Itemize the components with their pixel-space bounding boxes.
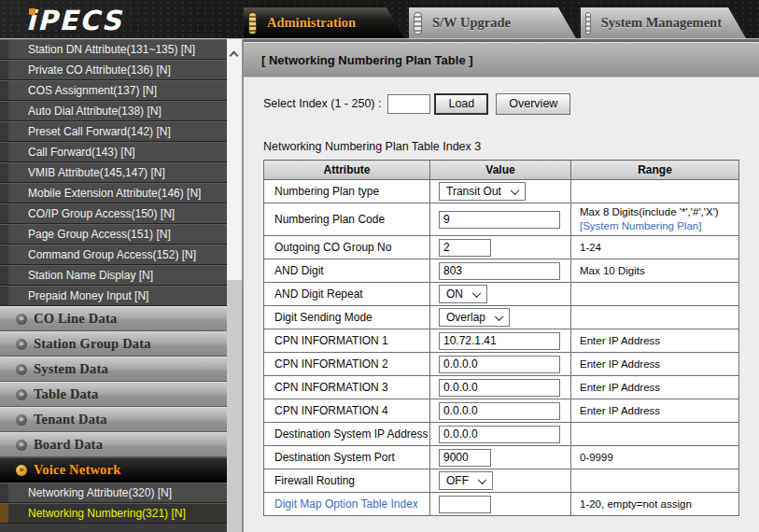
value-cell [430, 329, 571, 353]
tab-grip-icon [414, 12, 422, 35]
sidebar-item-private-co-attribute-136-n[interactable]: Private CO Attribute(136) [N] [0, 60, 227, 80]
value-cell [430, 399, 571, 423]
sidebar-item-networking-numbering-321-n[interactable]: Networking Numbering(321) [N] [0, 503, 227, 524]
sidebar-item-preset-call-forward-142-n[interactable]: Preset Call Forward(142) [N] [0, 121, 227, 142]
cpn-information-4-input[interactable] [439, 402, 560, 420]
column-header-range: Range [571, 161, 739, 180]
section-label: System Data [34, 361, 108, 377]
range-text: Enter IP Address [580, 381, 738, 395]
range-text: Enter IP Address [580, 334, 738, 348]
attribute-cell: AND Digit Repeat [264, 283, 430, 306]
attribute-label: Numbering Plan Code [274, 213, 385, 226]
chevron-down-icon [472, 288, 482, 298]
sidebar-item-station-dn-attribute-131-135-n[interactable]: Station DN Attribute(131~135) [N] [0, 39, 227, 60]
select-value: OFF [446, 474, 469, 487]
table-row: AND Digit RepeatON [264, 283, 739, 306]
outgoing-co-group-no-input[interactable] [439, 239, 491, 257]
table-row: Destination System Port0-9999 [264, 446, 739, 469]
sidebar-item-co-ip-group-access-150-n[interactable]: CO/IP Group Access(150) [N] [0, 203, 227, 224]
value-cell: Transit Out [430, 180, 571, 203]
ipecs-logo-text: iPECS [26, 5, 123, 36]
sidebar-section-tenant-data[interactable]: »Tenant Data [0, 407, 227, 432]
destination-system-ip-address-input[interactable] [439, 426, 560, 443]
range-cell: 1-24 [571, 236, 739, 259]
sidebar-item-page-group-access-151-n[interactable]: Page Group Access(151) [N] [0, 224, 227, 245]
main-content: [ Networking Numbering Plan Table ] Sele… [242, 39, 759, 532]
sidebar-section-board-data[interactable]: »Board Data [0, 432, 227, 457]
attribute-cell: CPN INFORMATION 3 [264, 376, 430, 399]
section-arrow-icon: » [16, 364, 27, 375]
value-cell [430, 353, 571, 376]
sidebar-item-call-forward-143-n[interactable]: Call Forward(143) [N] [0, 142, 227, 162]
table-row: CPN INFORMATION 2Enter IP Address [264, 353, 739, 376]
section-label: Table Data [34, 386, 99, 402]
firewall-routing-select[interactable]: OFF [439, 471, 493, 490]
overview-button[interactable]: Overview [496, 93, 570, 115]
range-text: Max 10 Digits [580, 264, 738, 278]
sidebar-item-vmib-attribute-145-147-n[interactable]: VMIB Attribute(145,147) [N] [0, 162, 227, 183]
attribute-cell: Outgoing CO Group No [264, 236, 430, 259]
attribute-cell: CPN INFORMATION 1 [264, 329, 430, 353]
digit-map-option-table-index-input[interactable] [439, 496, 491, 513]
sidebar-item-command-group-access-152-n[interactable]: Command Group Access(152) [N] [0, 245, 227, 265]
sidebar-item-mobile-extension-attribute-146-n[interactable]: Mobile Extension Attribute(146) [N] [0, 183, 227, 203]
value-cell: ON [430, 283, 571, 306]
attribute-cell: Destination System IP Address [264, 423, 430, 446]
range-cell: Enter IP Address [571, 329, 739, 353]
cpn-information-1-input[interactable] [439, 332, 560, 350]
select-index-input[interactable] [387, 94, 430, 114]
range-link-system-numbering-plan[interactable]: [System Numbering Plan] [580, 219, 738, 233]
sidebar-item-station-name-display-n[interactable]: Station Name Display [N] [0, 265, 227, 286]
table-row: Destination System IP Address [264, 423, 739, 446]
range-text: Enter IP Address [580, 357, 738, 371]
table-row: Numbering Plan CodeMax 8 Digits(include … [264, 203, 739, 236]
sidebar-section-table-data[interactable]: »Table Data [0, 382, 227, 407]
attribute-label: Firewall Routing [274, 474, 355, 487]
value-cell [430, 423, 571, 446]
numbering-plan-type-select[interactable]: Transit Out [439, 182, 526, 201]
sidebar-scrollbar[interactable] [227, 39, 242, 532]
tab-system-management[interactable]: System Management [581, 7, 746, 38]
sidebar-item-prepaid-money-input-n[interactable]: Prepaid Money Input [N] [0, 286, 227, 306]
index-controls: Select Index (1 - 250) : Load Overview [263, 92, 759, 115]
select-value: Overlap [446, 311, 485, 324]
attribute-cell: Numbering Plan type [264, 180, 430, 203]
scrollbar-thumb[interactable] [227, 280, 242, 532]
top-header: iPECS AdministrationS/W UpgradeSystem Ma… [0, 0, 759, 39]
chevron-down-icon [478, 475, 487, 484]
sidebar-section-system-data[interactable]: »System Data [0, 357, 227, 382]
attribute-label: CPN INFORMATION 3 [274, 381, 388, 394]
range-cell: 0-9999 [571, 446, 739, 469]
range-cell [571, 423, 739, 446]
sidebar-section-station-group-data[interactable]: »Station Group Data [0, 331, 227, 357]
sidebar-item-auto-dial-attribute-138-n[interactable]: Auto Dial Attribute(138) [N] [0, 101, 227, 121]
load-button[interactable]: Load [434, 93, 488, 115]
numbering-plan-code-input[interactable] [439, 211, 560, 229]
sidebar-section-co-line-data[interactable]: »CO Line Data [0, 306, 227, 331]
table-row: Firewall RoutingOFF [264, 469, 739, 493]
table-row: CPN INFORMATION 1Enter IP Address [264, 329, 739, 353]
tab-s-w-upgrade[interactable]: S/W Upgrade [409, 7, 576, 38]
sidebar-section-voice-network[interactable]: »Voice Network [0, 457, 227, 483]
attribute-label: Destination System IP Address [274, 427, 429, 441]
cpn-information-2-input[interactable] [439, 356, 560, 373]
section-label: Tenant Data [34, 412, 107, 427]
range-cell: Enter IP Address [571, 376, 739, 399]
attribute-link-digit-map-option-table-index[interactable]: Digit Map Option Table Index [274, 497, 418, 511]
select-value: ON [446, 287, 463, 301]
and-digit-input[interactable] [439, 262, 560, 280]
range-cell [571, 306, 739, 329]
tab-administration[interactable]: Administration [244, 7, 404, 38]
attribute-cell: CPN INFORMATION 2 [264, 353, 430, 376]
tab-label: Administration [267, 15, 356, 31]
sidebar-item-networking-attribute-320-n[interactable]: Networking Attribute(320) [N] [0, 483, 227, 503]
scrollbar-up-button[interactable] [227, 45, 242, 62]
tab-label: System Management [601, 15, 722, 31]
and-digit-repeat-select[interactable]: ON [439, 285, 487, 303]
cpn-information-3-input[interactable] [439, 379, 560, 397]
digit-sending-mode-select[interactable]: Overlap [439, 308, 510, 327]
sidebar-item-cos-assignment-137-n[interactable]: COS Assignment(137) [N] [0, 80, 227, 101]
destination-system-port-input[interactable] [439, 449, 491, 467]
section-label: Station Group Data [34, 336, 151, 352]
column-header-value: Value [430, 161, 571, 180]
